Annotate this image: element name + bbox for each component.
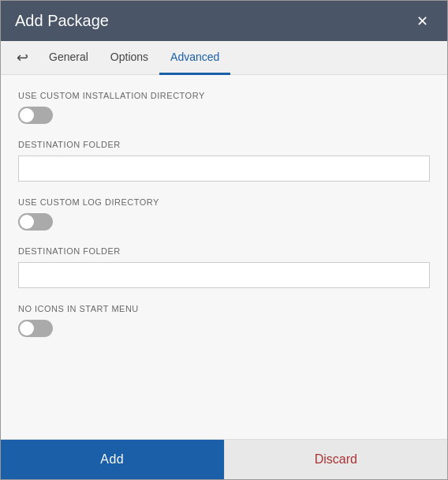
tab-bar: ↩ General Options Advanced [1,41,447,75]
back-button[interactable]: ↩ [10,41,35,74]
custom-install-section: USE CUSTOM INSTALLATION DIRECTORY [18,91,430,124]
destination-folder-2-section: DESTINATION FOLDER [18,246,430,288]
discard-button[interactable]: Discard [224,440,448,479]
content-area: USE CUSTOM INSTALLATION DIRECTORY DESTIN… [1,75,447,439]
custom-log-label: USE CUSTOM LOG DIRECTORY [18,197,430,207]
no-icons-toggle[interactable] [18,320,53,337]
custom-log-slider [18,213,53,231]
tab-general[interactable]: General [38,41,99,75]
destination-folder-1-section: DESTINATION FOLDER [18,140,430,182]
footer: Add Discard [1,439,447,479]
destination-folder-1-input[interactable] [18,156,430,182]
no-icons-slider [18,320,53,337]
no-icons-section: NO ICONS IN START MENU [18,304,430,337]
destination-folder-1-label: DESTINATION FOLDER [18,140,430,149]
custom-install-toggle[interactable] [18,107,53,124]
custom-install-slider [18,107,53,124]
dialog-title: Add Package [15,12,109,30]
close-button[interactable]: ✕ [412,13,433,30]
destination-folder-2-input[interactable] [18,262,430,288]
add-package-dialog: Add Package ✕ ↩ General Options Advanced… [0,0,448,480]
add-button[interactable]: Add [1,440,224,479]
destination-folder-2-label: DESTINATION FOLDER [18,246,430,256]
no-icons-label: NO ICONS IN START MENU [18,304,430,313]
tab-advanced[interactable]: Advanced [159,41,230,75]
custom-install-label: USE CUSTOM INSTALLATION DIRECTORY [18,91,430,100]
title-bar: Add Package ✕ [1,1,447,41]
tab-options[interactable]: Options [99,41,159,75]
custom-log-toggle[interactable] [18,213,53,231]
custom-log-section: USE CUSTOM LOG DIRECTORY [18,197,430,231]
